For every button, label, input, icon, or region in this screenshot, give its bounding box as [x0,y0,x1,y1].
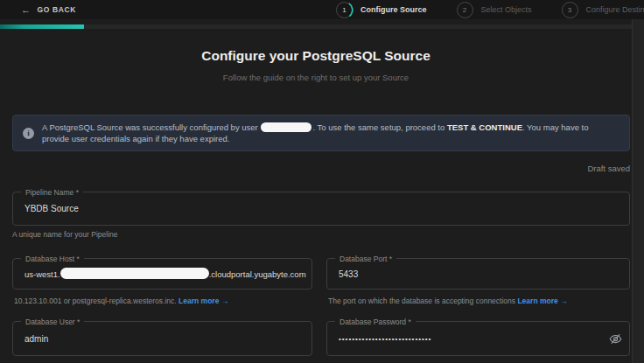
progress-bar-track [0,24,644,29]
database-password-value: •••••••••••••••••••••••••••• [339,322,603,355]
database-user-input[interactable]: Database User * admin [12,321,312,356]
database-host-helper: 10.123.10.001 or postgresql-replica.west… [14,297,228,305]
database-host-value: us-west1..cloudportal.yugabyte.com [24,259,312,289]
eye-slash-icon[interactable] [608,332,622,346]
pipeline-name-value: YBDB Source [24,192,620,225]
pipeline-name-helper: A unique name for your Pipeline [12,230,118,239]
page-subtitle: Follow the guide on the right to set up … [0,73,632,82]
info-banner: i A PostgreSQL Source was successfully c… [12,115,630,151]
host-learn-more-link[interactable]: Learn more → [178,297,228,305]
draft-saved-status: Draft saved [587,164,630,173]
guide-panel-edge [632,19,644,363]
step-1-label: Configure Source [360,5,427,14]
redacted-username [261,122,312,132]
info-icon: i [23,128,34,139]
back-arrow-icon: ← [21,4,32,15]
step-2-circle: 2 [457,2,473,18]
database-port-helper: The port on which the database is accept… [328,297,568,305]
page-title: Configure your PostgreSQL Source [0,48,632,64]
wizard-stepper: 1 Configure Source 2 Select Objects 3 Co… [336,0,644,19]
step-3-circle: 3 [562,2,578,18]
test-continue-emphasis: TEST & CONTINUE [447,122,522,132]
info-banner-text: A PostgreSQL Source was successfully con… [42,122,629,145]
pipeline-name-input[interactable]: Pipeline Name * YBDB Source [12,192,630,226]
step-configure-source[interactable]: 1 Configure Source [336,2,427,18]
database-user-value: admin [24,322,303,355]
port-learn-more-link[interactable]: Learn more → [517,297,567,305]
database-port-value: 5433 [339,259,620,289]
database-port-input[interactable]: Database Port * 5433 [326,258,630,290]
go-back-label: GO BACK [38,5,76,14]
go-back-button[interactable]: ← GO BACK [21,4,76,15]
step-3-label: Configure Destination [586,5,644,14]
database-password-input[interactable]: Database Password * ••••••••••••••••••••… [326,321,630,356]
top-bar: ← GO BACK 1 Configure Source 2 Select Ob… [0,0,644,19]
step-2-label: Select Objects [481,5,532,14]
step-1-circle: 1 [336,2,353,18]
configure-source-page: ← GO BACK 1 Configure Source 2 Select Ob… [0,0,644,363]
step-configure-destination[interactable]: 3 Configure Destination [562,2,644,18]
redacted-host-segment [60,268,209,279]
step-1-progress-arc [335,1,354,19]
step-select-objects[interactable]: 2 Select Objects [457,2,532,18]
database-host-input[interactable]: Database Host * us-west1..cloudportal.yu… [12,258,312,290]
progress-bar-fill [0,24,84,29]
